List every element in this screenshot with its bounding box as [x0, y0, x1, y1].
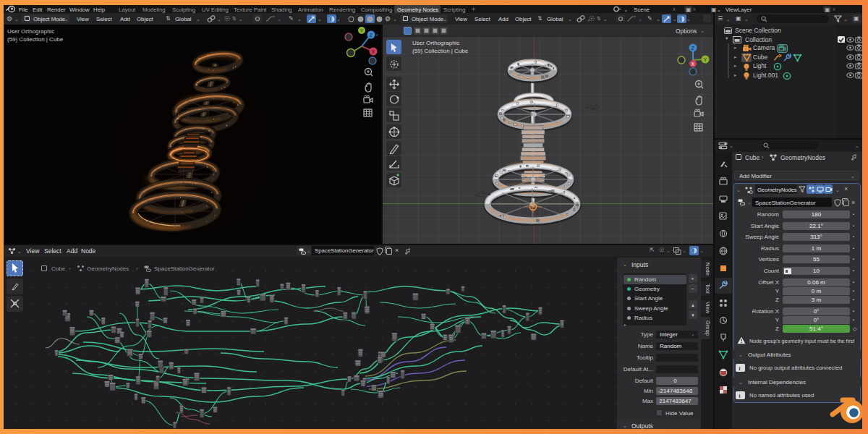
svg-text:Z: Z	[370, 33, 373, 38]
svg-text:Y: Y	[704, 57, 707, 62]
svg-text:X: X	[372, 49, 375, 54]
svg-text:Y: Y	[360, 28, 364, 33]
svg-text:Z: Z	[692, 46, 695, 51]
svg-text:X: X	[692, 61, 695, 67]
